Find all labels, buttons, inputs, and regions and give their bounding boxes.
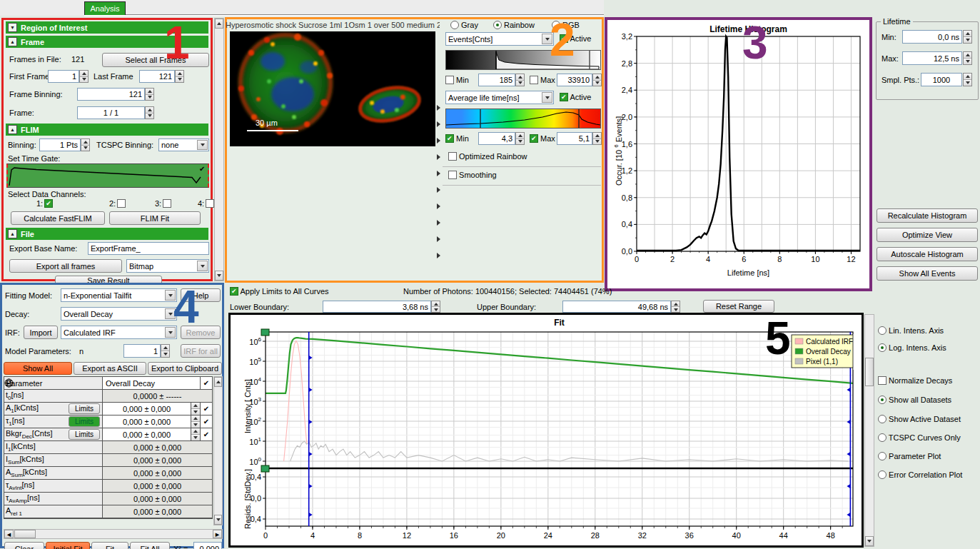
intensity-gradient-bar[interactable]	[445, 50, 601, 70]
optimized-rainbow-checkbox[interactable]: Optimized Rainbow	[448, 152, 527, 161]
frame-binning-field[interactable]: 121	[77, 88, 145, 101]
roi-panel-scrollbar[interactable]	[214, 18, 224, 281]
radio-icon[interactable]	[878, 470, 886, 479]
data-channel-4[interactable]: 4:	[198, 199, 214, 208]
parameter-value[interactable]: 0,000 ± 0,000	[103, 428, 191, 440]
sample-points-spinner[interactable]	[963, 73, 972, 86]
scroll-down-icon[interactable]	[865, 536, 874, 546]
option-log-intens-axis[interactable]: Log. Intens. Axis	[878, 343, 946, 352]
vscroll-thumb[interactable]	[865, 358, 874, 386]
radio-icon[interactable]	[878, 326, 886, 335]
data-channel-2[interactable]: 2:	[109, 199, 126, 208]
checkbox-icon[interactable]	[230, 287, 238, 296]
limits-button[interactable]: Limits	[69, 429, 100, 440]
scroll-up-icon[interactable]	[215, 19, 223, 29]
parameter-value[interactable]: 0,000 ± 0,000	[103, 403, 191, 415]
collapse-up-icon[interactable]: ▲	[8, 125, 17, 134]
lifetime-max-setting-spinner[interactable]	[963, 51, 972, 65]
intensity-min-field[interactable]: 185	[478, 74, 515, 86]
model-parameter-n-spinner[interactable]	[161, 344, 170, 358]
checkbox-icon[interactable]	[878, 376, 886, 385]
option-show-active-dataset[interactable]: Show Active Dataset	[878, 415, 961, 423]
radio-icon[interactable]	[878, 415, 886, 423]
globe-icon[interactable]	[4, 378, 14, 388]
lifetime-max-setting-field[interactable]: 12,5 ns	[902, 51, 962, 65]
limits-button[interactable]: Limits	[69, 416, 100, 427]
radio-icon[interactable]	[878, 396, 886, 404]
export-as-ascii-button[interactable]: Export as ASCII	[74, 362, 146, 375]
chevron-down-icon[interactable]	[542, 92, 552, 103]
collapse-up-icon[interactable]: ▲	[8, 229, 17, 238]
intensity-channel-dropdown[interactable]: Events[Cnts]	[445, 32, 554, 46]
checkbox-icon[interactable]	[445, 76, 454, 84]
scroll-right-icon[interactable]: ▸	[213, 530, 222, 538]
parameter-spinner[interactable]	[191, 415, 200, 428]
select-all-frames-button[interactable]: Select all Frames	[102, 53, 209, 67]
clear-button[interactable]: Clear	[4, 542, 44, 549]
option-show-all-datasets[interactable]: Show all Datasets	[878, 396, 951, 404]
splitter-arrow-icon[interactable]	[437, 171, 440, 176]
lifetime-max-checkbox[interactable]: Max	[530, 134, 555, 143]
first-frame-spinner[interactable]	[79, 70, 89, 83]
radio-icon[interactable]	[878, 452, 886, 460]
chevron-down-icon[interactable]	[197, 140, 208, 150]
fit-plot-scrollbar[interactable]	[864, 314, 874, 547]
autoscale-histogram-button[interactable]: Autoscale Histogram	[877, 247, 978, 261]
calculate-fastflim-button[interactable]: Calculate FastFLIM	[11, 211, 105, 225]
lifetime-histogram-chart[interactable]: 0246810120,00,40,81,21,62,02,42,83,2	[607, 20, 869, 288]
lifetime-min-field[interactable]: 4,3	[478, 132, 515, 145]
lifetime-min-setting-field[interactable]: 0,0 ns	[902, 30, 962, 44]
option-parameter-plot[interactable]: Parameter Plot	[878, 452, 941, 460]
lifetime-gradient-bar[interactable]	[445, 109, 601, 129]
scroll-down-icon[interactable]	[215, 271, 223, 281]
splitter-arrow-column[interactable]	[437, 105, 443, 269]
radio-icon[interactable]	[493, 21, 502, 29]
parameter-spinner[interactable]	[191, 428, 200, 440]
optimize-view-button[interactable]: Optimize View	[877, 228, 978, 242]
chevron-down-icon[interactable]	[197, 261, 208, 271]
first-frame-field[interactable]: 1	[48, 70, 79, 83]
parameter-spinner[interactable]	[191, 403, 200, 415]
fitting-model-dropdown[interactable]: n-Exponential Tailfit	[61, 288, 177, 302]
show-all-button[interactable]: Show All	[4, 362, 72, 375]
checkbox-icon[interactable]	[206, 199, 214, 208]
upper-boundary-spinner[interactable]	[671, 301, 680, 313]
scroll-left-icon[interactable]: ◂	[4, 530, 14, 538]
column-check-icon[interactable]: ✔	[200, 377, 212, 389]
color-mode-gray[interactable]: Gray	[450, 21, 478, 29]
flim-fit-button[interactable]: FLIM Fit	[109, 211, 201, 225]
recalculate-histogram-button[interactable]: Recalculate Histogram	[877, 208, 978, 223]
last-frame-spinner[interactable]	[175, 70, 184, 83]
checkbox-icon[interactable]	[117, 199, 126, 208]
limits-button[interactable]: Limits	[69, 403, 100, 414]
frame-field[interactable]: 1 / 1	[77, 106, 145, 119]
lifetime-channel-dropdown[interactable]: Average life time[ns]	[445, 91, 554, 104]
initial-fit-button[interactable]: Initial Fit	[46, 542, 90, 549]
export-to-clipboard-button[interactable]: Export to Clipboard	[148, 362, 222, 375]
tcspc-binning-dropdown[interactable]: none	[158, 138, 209, 151]
radio-icon[interactable]	[450, 21, 459, 29]
splitter-arrow-icon[interactable]	[437, 138, 440, 143]
tab-analysis[interactable]: Analysis	[84, 1, 126, 15]
option-lin-intens-axis[interactable]: Lin. Intens. Axis	[878, 326, 944, 335]
lifetime-min-setting-spinner[interactable]	[963, 30, 972, 44]
export-base-name-field[interactable]: ExportFrame_	[88, 242, 209, 255]
radio-icon[interactable]	[878, 433, 886, 442]
time-gate-graph[interactable]: ✔	[6, 163, 209, 188]
checkbox-icon[interactable]	[448, 171, 457, 179]
splitter-arrow-icon[interactable]	[437, 105, 440, 111]
model-parameter-n-field[interactable]: 1	[123, 344, 161, 358]
fit-all-button[interactable]: Fit All	[130, 542, 170, 549]
radio-icon[interactable]	[878, 343, 886, 352]
scroll-down-icon[interactable]	[214, 515, 222, 525]
intensity-min-checkbox[interactable]: Min	[445, 76, 469, 84]
export-format-dropdown[interactable]: Bitmap	[126, 259, 209, 273]
binning-field[interactable]: 1 Pts	[39, 138, 81, 151]
hscroll-thumb[interactable]	[14, 530, 36, 538]
lower-boundary-spinner[interactable]	[431, 301, 440, 313]
irf-for-all-button[interactable]: IRF for all	[181, 344, 221, 358]
lower-boundary-field[interactable]: 3,68 ns	[323, 301, 431, 313]
scroll-up-icon[interactable]	[214, 377, 222, 387]
collapse-up-icon[interactable]: ▲	[8, 37, 17, 46]
splitter-arrow-icon[interactable]	[437, 203, 440, 209]
